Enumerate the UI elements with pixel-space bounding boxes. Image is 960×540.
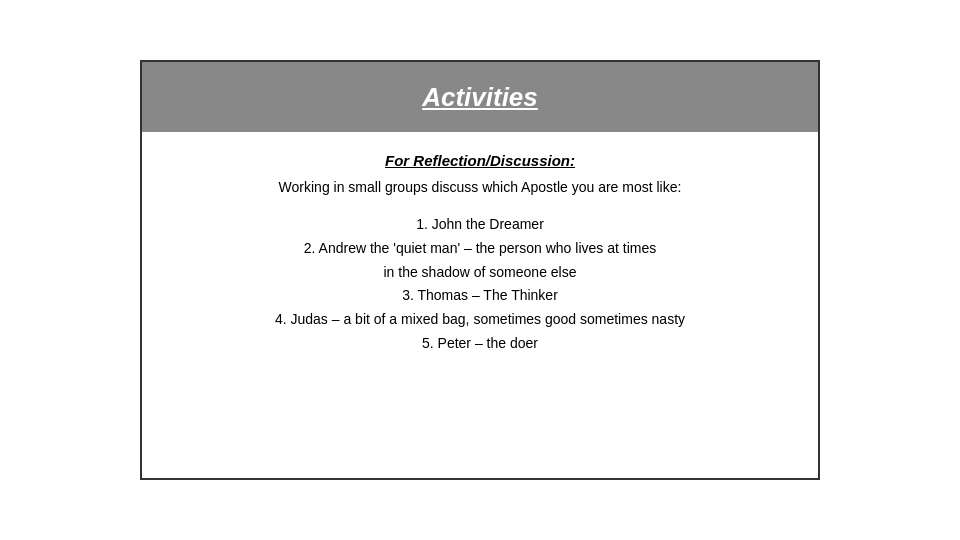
working-text: Working in small groups discuss which Ap… [279,179,682,195]
list-container: 1. John the Dreamer 2. Andrew the 'quiet… [275,213,685,356]
reflection-heading: For Reflection/Discussion: [385,152,575,169]
list-item-5: 5. Peter – the doer [275,332,685,356]
list-item-3: 3. Thomas – The Thinker [275,284,685,308]
list-item-1: 1. John the Dreamer [275,213,685,237]
list-item-2: 2. Andrew the 'quiet man' – the person w… [275,237,685,261]
slide-container: Activities For Reflection/Discussion: Wo… [140,60,820,480]
header-bar: Activities [142,62,818,132]
list-item-2b: in the shadow of someone else [275,261,685,285]
list-item-4: 4. Judas – a bit of a mixed bag, sometim… [275,308,685,332]
header-title: Activities [422,82,538,113]
content-area: For Reflection/Discussion: Working in sm… [142,132,818,478]
